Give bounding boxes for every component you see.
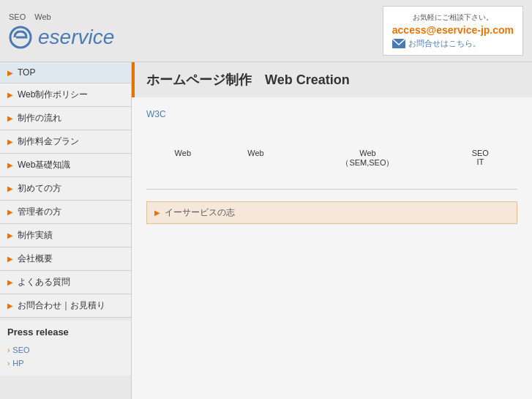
mail-icon — [392, 39, 405, 48]
service-table: Web Web Web（SEM,SEO） SEOIT — [146, 143, 517, 174]
sidebar-item-price[interactable]: ▶ 制作料金プラン — [0, 130, 131, 154]
sidebar-item-label: 初めての方 — [18, 182, 61, 195]
press-item-seo[interactable]: › SEO — [7, 343, 124, 357]
sidebar-item-works[interactable]: ▶ 制作実績 — [0, 224, 131, 247]
w3c-link[interactable]: W3C — [146, 109, 166, 119]
sidebar-item-label: お問合わせ｜お見積り — [18, 299, 105, 312]
sidebar-item-contact[interactable]: ▶ お問合わせ｜お見積り — [0, 294, 131, 318]
sidebar-item-beginners[interactable]: ▶ 初めての方 — [0, 177, 131, 201]
nav-arrow-icon: ▶ — [7, 69, 13, 77]
nav-arrow-icon: ▶ — [7, 138, 13, 146]
nav-arrow-icon: ▶ — [7, 208, 13, 216]
sidebar-item-label: 制作実績 — [18, 229, 53, 242]
sidebar-item-faq[interactable]: ▶ よくある質問 — [0, 271, 131, 294]
sidebar-item-knowledge[interactable]: ▶ Web基礎知識 — [0, 154, 131, 177]
sidebar: ▶ TOP ▶ Web制作ポリシー ▶ 制作の流れ ▶ 制作料金プラン ▶ We… — [0, 62, 132, 399]
sidebar-item-label: TOP — [18, 67, 35, 78]
press-release-title: Press release — [7, 327, 124, 338]
content-body: W3C Web Web Web（SEM,SEO） SEOIT ▶ イーサービスの… — [132, 97, 532, 236]
sidebar-item-flow[interactable]: ▶ 制作の流れ — [0, 107, 131, 130]
content-area: ホームページ制作 Web Creation W3C Web Web Web（SE… — [132, 62, 532, 399]
sidebar-item-admin[interactable]: ▶ 管理者の方 — [0, 201, 131, 224]
contact-email[interactable]: access@eservice-jp.com — [392, 24, 514, 36]
sidebar-item-label: Web基礎知識 — [18, 159, 70, 171]
main-layout: ▶ TOP ▶ Web制作ポリシー ▶ 制作の流れ ▶ 制作料金プラン ▶ We… — [0, 62, 532, 399]
table-cell-web-sem-seo: Web（SEM,SEO） — [292, 143, 443, 174]
header-left: SEO Web eservice — [9, 12, 114, 49]
bullet-icon: › — [7, 346, 10, 354]
nav-web[interactable]: Web — [34, 12, 50, 21]
nav-arrow-icon: ▶ — [7, 91, 13, 99]
sidebar-item-label: 制作の流れ — [18, 112, 61, 124]
bottom-section: ▶ イーサービスの志 — [146, 201, 517, 224]
sidebar-item-top[interactable]: ▶ TOP — [0, 62, 131, 83]
nav-arrow-icon: ▶ — [7, 278, 13, 286]
nav-arrow-icon: ▶ — [7, 302, 13, 310]
header-nav: SEO Web — [9, 12, 114, 21]
sidebar-item-web-policy[interactable]: ▶ Web制作ポリシー — [0, 83, 131, 107]
page-title: ホームページ制作 Web Creation — [146, 71, 350, 89]
logo-icon — [9, 26, 32, 49]
table-cell-web2: Web — [220, 143, 293, 174]
header: SEO Web eservice お気軽にご相談下さい。 access@eser… — [0, 0, 532, 62]
press-release-section: Press release › SEO › HP — [0, 321, 131, 376]
bullet-icon: › — [7, 359, 10, 368]
service-table-area: Web Web Web（SEM,SEO） SEOIT — [146, 143, 517, 174]
nav-arrow-icon: ▶ — [7, 231, 13, 239]
press-item-label: HP — [12, 359, 23, 368]
table-cell-seo-it: SEOIT — [443, 143, 517, 174]
table-row: Web Web Web（SEM,SEO） SEOIT — [146, 143, 517, 174]
sidebar-item-label: 会社概要 — [18, 253, 53, 265]
section-header-label: イーサービスの志 — [165, 206, 235, 219]
section-header[interactable]: ▶ イーサービスの志 — [146, 201, 517, 224]
page-title-bar: ホームページ制作 Web Creation — [132, 62, 532, 97]
sidebar-item-label: 制作料金プラン — [18, 135, 79, 148]
nav-arrow-icon: ▶ — [7, 114, 13, 122]
section-arrow-icon: ▶ — [154, 209, 160, 217]
table-cell-web1: Web — [146, 143, 220, 174]
logo-area: eservice — [9, 26, 114, 49]
logo-text: eservice — [38, 26, 114, 49]
contact-link[interactable]: お問合せはこちら。 — [392, 38, 514, 49]
header-contact-box: お気軽にご相談下さい。 access@eservice-jp.com お問合せは… — [383, 6, 523, 56]
nav-arrow-icon: ▶ — [7, 184, 13, 193]
press-item-label: SEO — [12, 346, 29, 354]
press-item-hp[interactable]: › HP — [7, 357, 124, 370]
nav-arrow-icon: ▶ — [7, 161, 13, 169]
sidebar-item-about[interactable]: ▶ 会社概要 — [0, 247, 131, 271]
content-divider — [146, 189, 517, 190]
sidebar-item-label: 管理者の方 — [18, 206, 61, 218]
nav-seo[interactable]: SEO — [9, 12, 26, 21]
sidebar-item-label: よくある質問 — [18, 276, 70, 288]
sidebar-item-label: Web制作ポリシー — [18, 89, 88, 101]
nav-arrow-icon: ▶ — [7, 255, 13, 263]
contact-label: お気軽にご相談下さい。 — [392, 12, 514, 23]
